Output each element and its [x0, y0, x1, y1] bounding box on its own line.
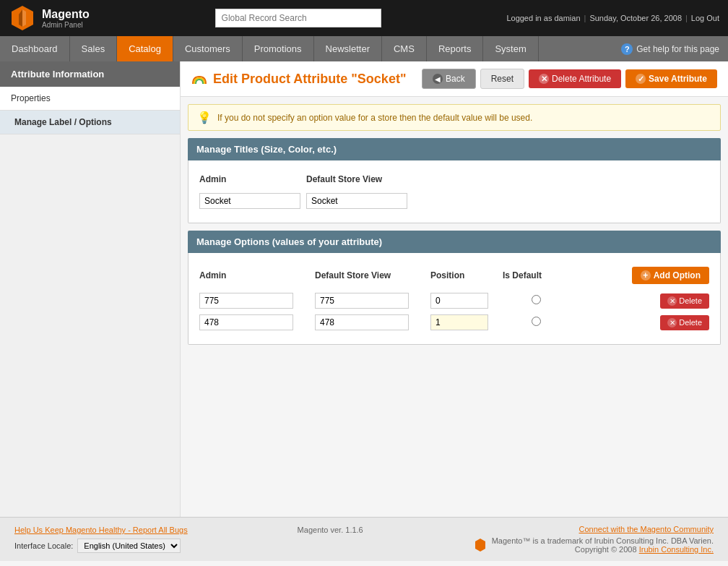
add-option-button[interactable]: + Add Option — [632, 267, 709, 284]
logo-text-area: Magento Admin Panel — [42, 8, 90, 29]
titles-table: Admin Default Store View — [199, 171, 413, 212]
logo-area: Magento Admin Panel — [9, 4, 90, 32]
titles-admin-cell — [199, 190, 306, 212]
option-1-admin-input[interactable] — [199, 293, 293, 309]
logged-in-text: Logged in as damian — [506, 14, 580, 22]
svg-marker-3 — [475, 539, 485, 552]
footer-right-info: Magento™ is a trademark of Irubin Consul… — [473, 536, 714, 554]
option-2-admin-input[interactable] — [199, 314, 293, 330]
back-button[interactable]: ◀ Back — [422, 69, 476, 89]
option-1-delete-button[interactable]: ✕ Delete — [660, 293, 709, 309]
locale-select[interactable]: English (United States) — [77, 539, 181, 553]
option-1-position-cell — [430, 290, 503, 312]
bug-report-link[interactable]: Help Us Keep Magento Healthy - Report Al… — [14, 526, 188, 534]
delete-1-label: Delete — [679, 296, 702, 305]
delete-2-icon: ✕ — [667, 318, 677, 327]
delete-attribute-button[interactable]: ✕ Delete Attribute — [529, 69, 621, 88]
nav-item-dashboard[interactable]: Dashboard — [0, 36, 70, 61]
locale-label: Interface Locale: — [14, 541, 73, 550]
nav-item-newsletter[interactable]: Newsletter — [314, 36, 382, 61]
irubin-link[interactable]: Irubin Consulting Inc. — [639, 545, 714, 554]
option-1-is-default-cell — [503, 290, 575, 312]
option-1-admin-cell — [199, 290, 315, 312]
titles-col-admin: Admin — [199, 171, 306, 190]
sidebar-title: Attribute Information — [0, 61, 180, 87]
trademark-text: Magento™ is a trademark of Irubin Consul… — [492, 536, 714, 545]
save-button-label: Save Attribute — [649, 74, 707, 84]
nav-item-catalog[interactable]: Catalog — [117, 36, 173, 61]
option-row-2: ✕ Delete — [199, 312, 709, 333]
back-arrow-icon: ◀ — [433, 74, 443, 84]
footer: Help Us Keep Magento Healthy - Report Al… — [0, 517, 728, 561]
global-search-input[interactable] — [215, 9, 381, 27]
option-1-is-default-radio[interactable] — [532, 295, 541, 304]
titles-admin-input[interactable] — [199, 193, 300, 209]
notice-box: 💡 If you do not specify an option value … — [188, 104, 721, 131]
header: Magento Admin Panel Logged in as damian … — [0, 0, 728, 36]
reset-button[interactable]: Reset — [480, 69, 524, 89]
option-2-position-input[interactable] — [430, 314, 488, 330]
footer-center: Magento ver. 1.1.6 — [298, 525, 363, 535]
option-1-default-store-input[interactable] — [315, 293, 409, 309]
option-1-default-store-cell — [315, 290, 430, 312]
sidebar-item-properties[interactable]: Properties — [0, 87, 180, 111]
titles-default-store-cell — [306, 190, 413, 212]
delete-button-label: Delete Attribute — [552, 74, 611, 84]
notice-bulb-icon: 💡 — [197, 111, 212, 124]
nav-item-sales[interactable]: Sales — [70, 36, 118, 61]
footer-right: Connect with the Magento Community Magen… — [473, 525, 714, 554]
page-header: Edit Product Attribute "Socket" ◀ Back R… — [181, 61, 728, 97]
titles-default-store-input[interactable] — [306, 193, 407, 209]
save-attribute-button[interactable]: ✓ Save Attribute — [625, 69, 717, 88]
add-option-icon: + — [641, 270, 651, 280]
manage-options-body: Admin Default Store View Position Is Def… — [188, 253, 721, 345]
option-2-admin-cell — [199, 312, 315, 333]
magento-logo-icon — [9, 4, 36, 32]
footer-left: Help Us Keep Magento Healthy - Report Al… — [14, 525, 188, 553]
options-col-position: Position — [430, 264, 503, 290]
connect-link[interactable]: Connect with the Magento Community — [473, 525, 714, 533]
options-table: Admin Default Store View Position Is Def… — [199, 264, 709, 333]
nav-item-system[interactable]: System — [483, 36, 538, 61]
options-col-is-default: Is Default — [503, 264, 575, 290]
header-search — [100, 9, 496, 27]
delete-1-icon: ✕ — [667, 296, 677, 306]
option-1-position-input[interactable] — [430, 293, 488, 309]
copyright-text: Copyright © 2008 Irubin Consulting Inc. — [492, 545, 714, 554]
save-circle-icon: ✓ — [636, 74, 646, 84]
navigation: Dashboard Sales Catalog Customers Promot… — [0, 36, 728, 61]
logout-link[interactable]: Log Out — [691, 14, 719, 22]
nav-item-cms[interactable]: CMS — [382, 36, 427, 61]
help-icon: ? — [621, 43, 633, 55]
add-option-label: Add Option — [654, 270, 701, 280]
option-2-is-default-radio[interactable] — [532, 317, 541, 326]
page-actions: ◀ Back Reset ✕ Delete Attribute ✓ Save A… — [422, 69, 717, 89]
nav-item-promotions[interactable]: Promotions — [243, 36, 314, 61]
option-2-position-cell — [430, 312, 503, 333]
magento-footer-icon — [473, 538, 488, 552]
manage-titles-section: Manage Titles (Size, Color, etc.) Admin … — [188, 138, 721, 223]
delete-circle-icon: ✕ — [539, 74, 549, 84]
option-2-default-store-input[interactable] — [315, 314, 409, 330]
sidebar-item-manage-label[interactable]: Manage Label / Options — [0, 111, 180, 134]
back-button-label: Back — [446, 74, 465, 84]
date-text: Sunday, October 26, 2008 — [589, 14, 682, 22]
manage-titles-header: Manage Titles (Size, Color, etc.) — [188, 138, 721, 160]
options-col-default-store: Default Store View — [315, 264, 430, 290]
nav-item-customers[interactable]: Customers — [173, 36, 243, 61]
sidebar: Attribute Information Properties Manage … — [0, 61, 181, 517]
options-col-admin: Admin — [199, 264, 315, 290]
nav-right: ? Get help for this page — [621, 36, 728, 61]
option-2-delete-button[interactable]: ✕ Delete — [660, 315, 709, 330]
separator-1: | — [584, 14, 586, 22]
notice-text: If you do not specify an option value fo… — [217, 113, 532, 123]
svg-marker-2 — [22, 9, 26, 27]
logo-subtitle: Admin Panel — [42, 21, 90, 29]
manage-options-header: Manage Options (values of your attribute… — [188, 231, 721, 253]
nav-item-reports[interactable]: Reports — [427, 36, 484, 61]
separator-2: | — [685, 14, 688, 22]
option-2-default-store-cell — [315, 312, 430, 333]
help-link[interactable]: Get help for this page — [636, 44, 719, 54]
footer-trademark-area: Magento™ is a trademark of Irubin Consul… — [492, 536, 714, 554]
option-row-1: ✕ Delete — [199, 290, 709, 312]
